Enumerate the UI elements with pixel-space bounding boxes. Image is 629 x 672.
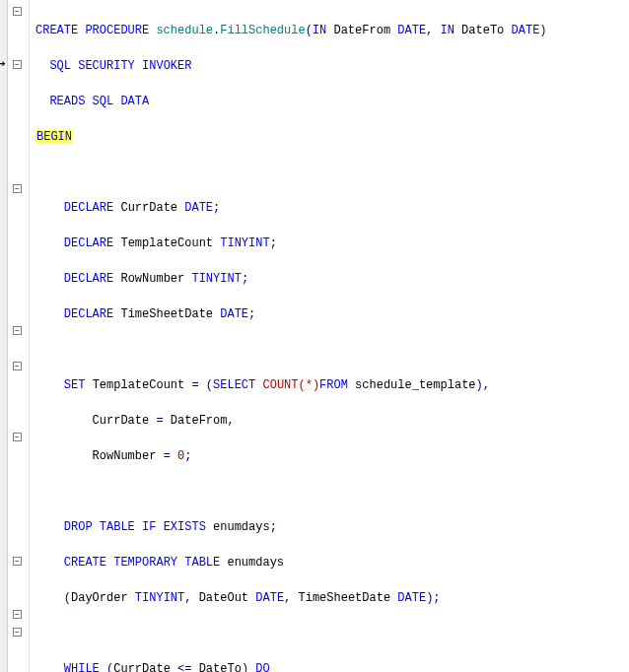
- punct: ,: [284, 591, 291, 605]
- fold-toggle[interactable]: −: [13, 610, 22, 619]
- identifier: schedule_template: [355, 378, 475, 392]
- punct: (: [64, 591, 71, 605]
- type: DATE: [397, 24, 426, 37]
- keyword: IN: [313, 24, 326, 37]
- fold-toggle[interactable]: −: [13, 362, 22, 370]
- keyword: SELECT: [213, 378, 255, 392]
- op: =: [156, 414, 163, 428]
- type: TINYINT: [220, 236, 269, 250]
- identifier: DateTo: [199, 662, 242, 672]
- op: =: [164, 449, 171, 463]
- keyword: CREATE TEMPORARY TABLE: [64, 556, 220, 570]
- fold-toggle[interactable]: −: [13, 433, 22, 441]
- punct: ),: [476, 378, 490, 392]
- punct: );: [426, 591, 440, 605]
- type: DATE: [397, 591, 426, 605]
- keyword: DECLARE: [64, 236, 113, 250]
- identifier: TemplateCount: [120, 236, 213, 250]
- type: TINYINT: [191, 272, 241, 286]
- identifier: RowNumber: [120, 272, 184, 286]
- identifier: TimeSheetDate: [299, 591, 391, 605]
- type: TINYINT: [135, 591, 184, 605]
- identifier: schedule: [156, 24, 213, 37]
- keyword: FROM: [319, 378, 348, 392]
- punct: (: [306, 24, 313, 37]
- identifier: TimeSheetDate: [120, 307, 213, 321]
- punct: ,: [426, 24, 433, 37]
- punct: (: [206, 378, 213, 392]
- identifier: DateTo: [461, 24, 504, 37]
- identifier: CurrDate: [113, 662, 171, 672]
- identifier: TemplateCount: [93, 378, 185, 392]
- type: DATE: [512, 24, 540, 37]
- punct: ): [539, 24, 546, 37]
- fold-toggle[interactable]: −: [13, 628, 22, 637]
- func: COUNT(*): [262, 378, 319, 392]
- identifier: DayOrder: [71, 591, 128, 605]
- identifier: CurrDate: [93, 414, 150, 428]
- identifier: enumdays: [213, 520, 270, 534]
- keyword: CREATE PROCEDURE: [35, 24, 149, 37]
- code-text[interactable]: CREATE PROCEDURE schedule.FillSchedule(I…: [30, 0, 629, 672]
- identifier: FillSchedule: [220, 24, 305, 37]
- keyword: DROP TABLE IF EXISTS: [64, 520, 206, 534]
- keyword: SQL SECURITY INVOKER: [49, 59, 191, 73]
- punct: ): [242, 662, 248, 672]
- keyword: READS SQL DATA: [49, 95, 149, 108]
- fold-toggle[interactable]: −: [13, 60, 22, 69]
- type: DATE: [184, 201, 213, 215]
- keyword-highlighted: BEGIN: [35, 130, 73, 144]
- identifier: DateFrom: [171, 414, 228, 428]
- fold-gutter: − ➔ − − − − − − − −: [8, 0, 30, 672]
- identifier: DateFrom: [333, 24, 390, 37]
- fold-toggle[interactable]: −: [13, 184, 22, 193]
- code-editor: − ➔ − − − − − − − − CREATE PROCEDURE sch…: [0, 0, 629, 672]
- fold-toggle[interactable]: −: [13, 557, 22, 566]
- keyword: SET: [64, 378, 86, 392]
- op: <=: [177, 662, 191, 672]
- keyword: DO: [255, 662, 269, 672]
- punct: ;: [213, 201, 220, 215]
- type: DATE: [220, 307, 248, 321]
- keyword: DECLARE: [64, 272, 113, 286]
- type: DATE: [255, 591, 284, 605]
- keyword: IN: [441, 24, 454, 37]
- identifier: CurrDate: [120, 201, 177, 215]
- identifier: enumdays: [227, 556, 284, 570]
- left-gutter: [0, 0, 8, 672]
- punct: ;: [184, 449, 191, 463]
- identifier: DateOut: [199, 591, 248, 605]
- fold-toggle[interactable]: −: [13, 326, 22, 335]
- op: =: [191, 378, 198, 392]
- punct: ,: [184, 591, 191, 605]
- keyword: DECLARE: [64, 307, 113, 321]
- fold-toggle[interactable]: −: [13, 7, 22, 16]
- punct: ;: [242, 272, 248, 286]
- identifier: RowNumber: [93, 449, 157, 463]
- punct: ;: [248, 307, 255, 321]
- keyword: DECLARE: [64, 201, 113, 215]
- punct: ;: [270, 520, 277, 534]
- punct: ,: [227, 414, 234, 428]
- keyword: WHILE: [64, 662, 100, 672]
- punct: ;: [270, 236, 277, 250]
